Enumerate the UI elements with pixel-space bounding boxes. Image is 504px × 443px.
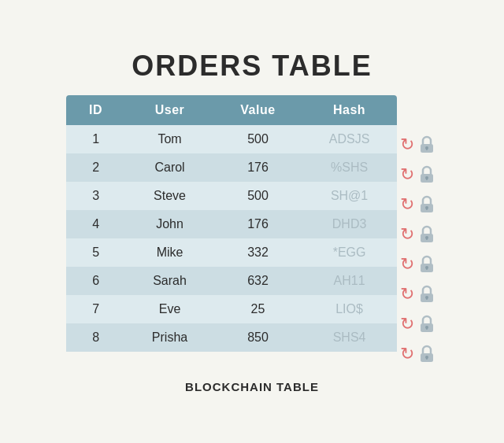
cell-hash: *EGG xyxy=(302,238,397,267)
cell-id: 4 xyxy=(66,210,125,238)
svg-rect-23 xyxy=(426,357,428,360)
cell-value: 25 xyxy=(214,295,302,323)
cell-value: 500 xyxy=(214,125,302,153)
cell-value: 176 xyxy=(214,210,302,238)
lock-icon xyxy=(416,134,438,156)
cell-value: 176 xyxy=(214,153,302,182)
col-header-value: Value xyxy=(214,95,302,125)
svg-rect-17 xyxy=(426,297,428,300)
table-wrapper: ID User Value Hash 1Tom500ADSJS2Carol176… xyxy=(66,95,438,369)
lock-row: ↻ xyxy=(400,220,438,249)
col-header-id: ID xyxy=(66,95,125,125)
arrow-icon: ↻ xyxy=(400,345,414,363)
cell-value: 632 xyxy=(214,267,302,295)
lock-icons-column: ↻ ↻ ↻ ↻ xyxy=(400,95,438,369)
cell-hash: DHD3 xyxy=(302,210,397,238)
cell-value: 332 xyxy=(214,238,302,267)
cell-value: 500 xyxy=(214,182,302,210)
cell-user: Mike xyxy=(125,238,214,267)
cell-id: 8 xyxy=(66,323,125,352)
cell-user: Tom xyxy=(125,125,214,153)
cell-hash: SH@1 xyxy=(302,182,397,210)
table-row: 4John176DHD3 xyxy=(66,210,397,238)
lock-icon xyxy=(416,343,438,365)
arrow-icon: ↻ xyxy=(400,256,414,273)
subtitle: BLOCKCHAIN TABLE xyxy=(185,380,319,393)
cell-id: 1 xyxy=(66,125,125,153)
lock-row: ↻ xyxy=(400,130,438,160)
table-row: 5Mike332*EGG xyxy=(66,238,397,267)
table-row: 3Steve500SH@1 xyxy=(66,182,397,210)
cell-value: 850 xyxy=(214,323,302,352)
svg-rect-20 xyxy=(426,327,428,330)
arrow-icon: ↻ xyxy=(400,166,414,183)
orders-table: ID User Value Hash 1Tom500ADSJS2Carol176… xyxy=(66,95,397,352)
svg-rect-14 xyxy=(426,268,428,270)
cell-hash: AH11 xyxy=(302,267,397,295)
col-header-hash: Hash xyxy=(302,95,397,125)
svg-rect-2 xyxy=(426,148,428,150)
arrow-icon: ↻ xyxy=(400,316,414,333)
cell-id: 6 xyxy=(66,267,125,295)
lock-row: ↻ xyxy=(400,339,438,369)
lock-icon xyxy=(416,283,438,305)
table-row: 7Eve25LIO$ xyxy=(66,295,397,323)
cell-hash: SHS4 xyxy=(302,323,397,352)
table-row: 1Tom500ADSJS xyxy=(66,125,397,153)
col-header-user: User xyxy=(125,95,214,125)
svg-rect-8 xyxy=(426,208,428,210)
page-container: ORDERS TABLE ID User Value Hash 1Tom500A… xyxy=(66,50,438,393)
cell-user: Carol xyxy=(125,153,214,182)
cell-hash: ADSJS xyxy=(302,125,397,153)
lock-row: ↻ xyxy=(400,309,438,339)
cell-hash: LIO$ xyxy=(302,295,397,323)
arrow-icon: ↻ xyxy=(400,226,414,243)
cell-id: 7 xyxy=(66,295,125,323)
cell-user: Sarah xyxy=(125,267,214,295)
lock-row: ↻ xyxy=(400,190,438,220)
cell-id: 5 xyxy=(66,238,125,267)
page-title: ORDERS TABLE xyxy=(132,50,372,83)
lock-row: ↻ xyxy=(400,279,438,309)
arrow-icon: ↻ xyxy=(400,286,414,303)
cell-user: Eve xyxy=(125,295,214,323)
lock-icon xyxy=(416,223,438,245)
lock-icon xyxy=(416,194,438,216)
arrow-icon: ↻ xyxy=(400,136,414,153)
lock-row: ↻ xyxy=(400,160,438,190)
cell-user: Steve xyxy=(125,182,214,210)
lock-icon xyxy=(416,313,438,335)
table-row: 8Prisha850SHS4 xyxy=(66,323,397,352)
lock-icon xyxy=(416,253,438,275)
lock-icon xyxy=(416,164,438,186)
arrow-icon: ↻ xyxy=(400,196,414,213)
cell-user: Prisha xyxy=(125,323,214,352)
table-row: 2Carol176%SHS xyxy=(66,153,397,182)
lock-row: ↻ xyxy=(400,249,438,279)
cell-id: 2 xyxy=(66,153,125,182)
svg-rect-11 xyxy=(426,238,428,240)
cell-user: John xyxy=(125,210,214,238)
table-header-row: ID User Value Hash xyxy=(66,95,397,125)
cell-id: 3 xyxy=(66,182,125,210)
svg-rect-5 xyxy=(426,178,428,180)
table-row: 6Sarah632AH11 xyxy=(66,267,397,295)
cell-hash: %SHS xyxy=(302,153,397,182)
